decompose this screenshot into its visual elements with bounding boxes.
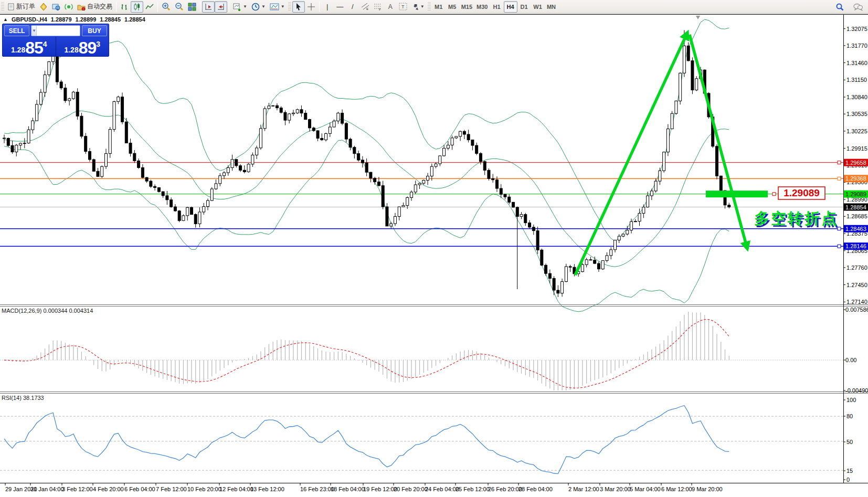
price-tag-text: 1.29089 — [784, 187, 820, 198]
horizontal-line-button[interactable]: — — [334, 1, 346, 13]
quote-close: 1.28854 — [124, 16, 145, 23]
toolbar: 新订单 自动交易 — [0, 0, 868, 14]
buy-price-pips: 89 — [79, 41, 97, 55]
zoom-in-button[interactable] — [160, 1, 173, 13]
collapse-trade-panel-icon[interactable]: ▲ — [3, 17, 8, 22]
arrows-icon — [411, 3, 419, 10]
rsi-value: 38.1733 — [23, 395, 44, 401]
cursor-button[interactable] — [292, 1, 305, 13]
svg-text:1.31150: 1.31150 — [846, 77, 867, 83]
svg-text:3 Mar 20:00: 3 Mar 20:00 — [600, 486, 631, 492]
price-tag-handle — [772, 193, 776, 196]
buy-button[interactable]: BUY — [82, 25, 107, 36]
volume-decrease-button[interactable]: ▼ — [31, 26, 37, 36]
tile-windows-button[interactable] — [186, 1, 198, 13]
tab-timeframe-h1[interactable]: H1 — [490, 1, 504, 13]
line-handle[interactable] — [838, 245, 841, 248]
search-icon — [835, 3, 844, 11]
chart-line-button[interactable] — [143, 1, 156, 13]
chart-shift-button[interactable] — [202, 1, 215, 13]
vertical-line-icon: | — [326, 3, 328, 10]
new-order-button[interactable]: 新订单 — [5, 1, 37, 13]
arrows-button[interactable]: ▼ — [409, 1, 427, 13]
trendline-button[interactable]: / — [346, 1, 359, 13]
chart-canvas[interactable]: 多空转折点多空转折点1.290891.320751.317701.314601.… — [0, 0, 868, 497]
svg-text:1.30535: 1.30535 — [846, 111, 867, 117]
time-axis: 29 Jan 202031 Jan 04:003 Feb 12:004 Feb … — [5, 483, 723, 492]
trend-arrow-annotations[interactable]: 多空转折点多空转折点1.29089 — [575, 33, 840, 275]
market-watch-button[interactable] — [50, 1, 62, 13]
tab-timeframe-m5[interactable]: M5 — [446, 1, 459, 13]
volume-input[interactable] — [37, 26, 80, 36]
chart-candles-button[interactable] — [131, 1, 143, 13]
macd-value-main: 0.000344 — [43, 308, 67, 314]
macd-indicator — [0, 312, 843, 390]
line-handle[interactable] — [838, 161, 841, 164]
macd-value-signal: 0.004314 — [69, 308, 93, 314]
auto-scroll-button[interactable] — [215, 1, 227, 13]
svg-text:26 Feb 20:00: 26 Feb 20:00 — [488, 486, 522, 492]
text-button[interactable]: A — [384, 1, 397, 13]
up-trend-arrow — [575, 33, 687, 275]
clock-icon — [251, 3, 260, 11]
chart-shift-icon — [204, 3, 213, 11]
new-order-label: 新订单 — [16, 2, 35, 11]
fibonacci-button[interactable]: F — [372, 1, 384, 13]
chat-button[interactable] — [851, 1, 865, 13]
line-handle[interactable] — [838, 177, 841, 180]
autotrade-button[interactable]: 自动交易 — [75, 1, 114, 13]
vertical-line-button[interactable]: | — [321, 1, 334, 13]
support-zone-highlight — [706, 191, 768, 197]
chart-bars-button[interactable] — [118, 1, 131, 13]
svg-text:6 Feb 04:00: 6 Feb 04:00 — [124, 486, 155, 492]
svg-text:1.32075: 1.32075 — [846, 26, 867, 32]
signal-button[interactable] — [62, 1, 75, 13]
search-button[interactable] — [833, 1, 846, 13]
svg-text:0.007586: 0.007586 — [845, 306, 868, 313]
sell-price-button[interactable]: 1.28 85 4 — [3, 37, 56, 57]
text-label-button[interactable]: T — [397, 1, 409, 13]
crosshair-button[interactable] — [305, 1, 317, 13]
tab-timeframe-m30[interactable]: M30 — [474, 1, 490, 13]
svg-text:1.29089: 1.29089 — [845, 191, 866, 197]
svg-text:1.31770: 1.31770 — [846, 43, 867, 49]
panel-borders — [0, 14, 868, 483]
trendline-icon: / — [352, 3, 354, 10]
rsi-label: RSI(14) 38.1733 — [2, 395, 44, 401]
zoom-out-button[interactable] — [173, 1, 186, 13]
tab-timeframe-m15[interactable]: M15 — [459, 1, 474, 13]
chevron-down-icon: ▼ — [281, 4, 285, 9]
tab-timeframe-d1[interactable]: D1 — [517, 1, 531, 13]
down-trend-arrow — [690, 35, 747, 249]
svg-text:1.27760: 1.27760 — [846, 265, 867, 271]
svg-text:1.31460: 1.31460 — [846, 60, 867, 66]
mt4-window: 多空转折点多空转折点1.290891.320751.317701.314601.… — [0, 0, 868, 497]
sell-button[interactable]: SELL — [4, 25, 29, 36]
autotrade-label: 自动交易 — [87, 2, 112, 11]
chevron-down-icon: ▼ — [420, 4, 425, 9]
svg-text:24 Feb 04:00: 24 Feb 04:00 — [425, 486, 459, 492]
svg-text:1.28685: 1.28685 — [846, 213, 867, 219]
templates-button[interactable]: ▼ — [268, 1, 287, 13]
text-icon: A — [388, 4, 393, 10]
tab-timeframe-m1[interactable]: M1 — [432, 1, 446, 13]
svg-text:3 Feb 12:00: 3 Feb 12:00 — [62, 486, 93, 492]
chevron-down-icon: ▼ — [243, 4, 247, 9]
new-chart-button[interactable]: ▼ — [231, 1, 249, 13]
candlesticks — [3, 30, 731, 297]
periods-button[interactable]: ▼ — [249, 1, 268, 13]
shift-marker-icon[interactable] — [696, 16, 700, 19]
seal-button[interactable] — [37, 1, 50, 13]
tab-timeframe-w1[interactable]: W1 — [531, 1, 545, 13]
buy-price-button[interactable]: 1.28 89 3 — [56, 37, 109, 57]
tab-timeframe-mn[interactable]: MN — [545, 1, 558, 13]
tab-timeframe-h4[interactable]: H4 — [504, 1, 517, 13]
svg-text:9 Mar 20:00: 9 Mar 20:00 — [692, 486, 723, 492]
svg-text:1.27140: 1.27140 — [846, 299, 867, 305]
svg-text:5 Mar 04:00: 5 Mar 04:00 — [630, 486, 661, 492]
channel-button[interactable]: E — [359, 1, 372, 13]
svg-text:1.29368: 1.29368 — [845, 175, 866, 182]
candles-chart-icon — [133, 3, 141, 11]
zoom-out-icon — [175, 2, 184, 11]
fibonacci-icon: F — [374, 3, 382, 10]
